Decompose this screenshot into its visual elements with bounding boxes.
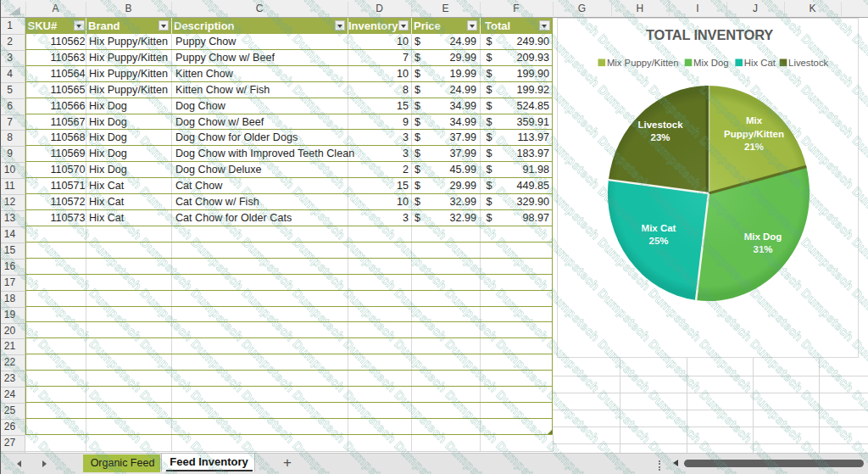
svg-text:23%: 23% [650, 132, 670, 142]
svg-text:Dumpstech: Dumpstech [442, 235, 500, 293]
svg-text:Dumpstech: Dumpstech [86, 286, 144, 343]
svg-text:Livestock: Livestock [788, 58, 828, 68]
svg-text:Dumpstech: Dumpstech [188, 286, 246, 343]
svg-text:Dumpstech: Dumpstech [392, 286, 449, 343]
svg-text:Dumpstech: Dumpstech [595, 388, 653, 445]
svg-text:Dumpstech: Dumpstech [188, 388, 246, 445]
svg-text:Dumpstech: Dumpstech [188, 235, 246, 293]
svg-text:Mix Cat: Mix Cat [642, 223, 676, 233]
svg-text:Dumpstech: Dumpstech [290, 133, 348, 191]
svg-text:Dumpstech: Dumpstech [290, 82, 348, 140]
svg-text:Dumpstech: Dumpstech [493, 388, 551, 445]
svg-text:Dumpstech: Dumpstech [493, 286, 551, 343]
svg-text:31%: 31% [753, 244, 772, 254]
svg-text:Dumpstech: Dumpstech [86, 235, 144, 293]
svg-text:Dumpstech: Dumpstech [341, 286, 398, 343]
svg-text:21%: 21% [744, 142, 764, 152]
svg-text:Dumpstech: Dumpstech [239, 388, 297, 445]
svg-text:Dumpstech: Dumpstech [849, 388, 868, 445]
svg-text:TOTAL INVENTORY: TOTAL INVENTORY [646, 27, 773, 42]
svg-text:Dumpstech: Dumpstech [137, 235, 195, 293]
svg-text:Dumpstech: Dumpstech [290, 286, 348, 343]
svg-text:Dumpstech: Dumpstech [748, 388, 805, 445]
svg-text:Dumpstech: Dumpstech [442, 388, 500, 445]
svg-text:Mix: Mix [746, 115, 763, 125]
svg-text:Dumpstech: Dumpstech [290, 388, 348, 445]
svg-text:25%: 25% [648, 236, 668, 246]
svg-text:Dumpstech: Dumpstech [392, 388, 449, 445]
svg-text:Mix Dog: Mix Dog [744, 231, 782, 242]
svg-text:Puppy/Kitten: Puppy/Kitten [724, 129, 784, 139]
svg-text:Dumpstech: Dumpstech [392, 235, 449, 293]
svg-text:Livestock: Livestock [637, 120, 683, 130]
svg-text:Dumpstech: Dumpstech [239, 235, 297, 293]
svg-text:Dumpstech: Dumpstech [239, 286, 297, 343]
svg-text:Dumpstech: Dumpstech [290, 235, 348, 293]
svg-text:Mix Dog: Mix Dog [693, 58, 728, 68]
svg-text:Dumpstech: Dumpstech [86, 388, 144, 445]
svg-text:Dumpstech: Dumpstech [798, 388, 856, 445]
svg-text:Dumpstech: Dumpstech [341, 235, 398, 293]
svg-text:Dumpstech: Dumpstech [137, 286, 195, 343]
svg-text:Dumpstech: Dumpstech [646, 388, 704, 445]
svg-text:Dumpstech: Dumpstech [137, 388, 195, 445]
svg-text:Dumpstech: Dumpstech [493, 235, 551, 293]
svg-text:Dumpstech: Dumpstech [341, 388, 398, 445]
svg-text:Mix Puppy/Kitten: Mix Puppy/Kitten [607, 58, 679, 68]
svg-text:Hix Cat: Hix Cat [744, 58, 776, 68]
svg-text:Dumpstech: Dumpstech [442, 286, 500, 343]
svg-text:Dumpstech: Dumpstech [697, 388, 754, 445]
